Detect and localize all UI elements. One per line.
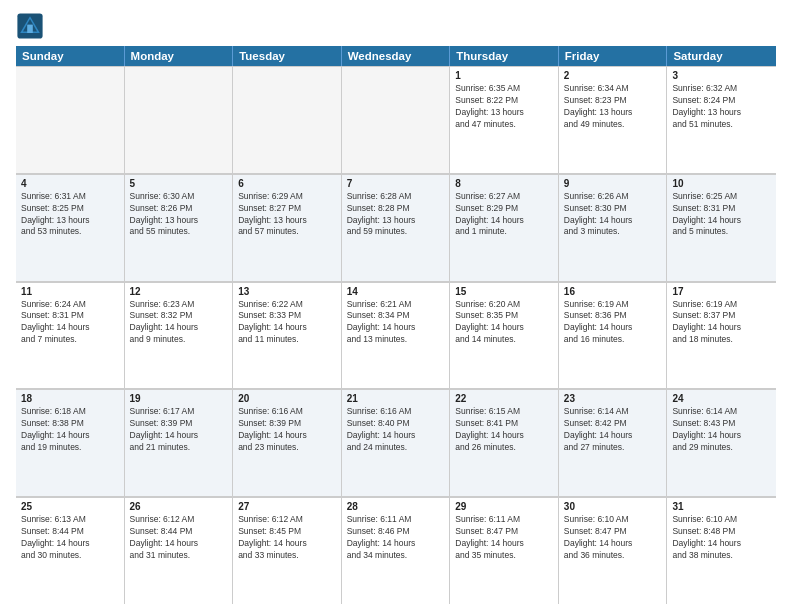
day-info: Sunrise: 6:10 AM Sunset: 8:47 PM Dayligh… (564, 514, 662, 562)
day-number: 24 (672, 393, 771, 404)
calendar-row: 4Sunrise: 6:31 AM Sunset: 8:25 PM Daylig… (16, 174, 776, 282)
day-info: Sunrise: 6:14 AM Sunset: 8:42 PM Dayligh… (564, 406, 662, 454)
day-number: 3 (672, 70, 771, 81)
day-number: 20 (238, 393, 336, 404)
weekday-header-monday: Monday (125, 46, 234, 66)
day-number: 7 (347, 178, 445, 189)
day-info: Sunrise: 6:11 AM Sunset: 8:46 PM Dayligh… (347, 514, 445, 562)
day-info: Sunrise: 6:11 AM Sunset: 8:47 PM Dayligh… (455, 514, 553, 562)
logo-icon (16, 12, 44, 40)
day-number: 11 (21, 286, 119, 297)
day-info: Sunrise: 6:13 AM Sunset: 8:44 PM Dayligh… (21, 514, 119, 562)
day-info: Sunrise: 6:31 AM Sunset: 8:25 PM Dayligh… (21, 191, 119, 239)
day-info: Sunrise: 6:12 AM Sunset: 8:45 PM Dayligh… (238, 514, 336, 562)
day-cell-9: 9Sunrise: 6:26 AM Sunset: 8:30 PM Daylig… (559, 174, 668, 281)
day-cell-16: 16Sunrise: 6:19 AM Sunset: 8:36 PM Dayli… (559, 282, 668, 389)
day-cell-24: 24Sunrise: 6:14 AM Sunset: 8:43 PM Dayli… (667, 389, 776, 496)
calendar-row: 18Sunrise: 6:18 AM Sunset: 8:38 PM Dayli… (16, 389, 776, 497)
day-info: Sunrise: 6:21 AM Sunset: 8:34 PM Dayligh… (347, 299, 445, 347)
logo (16, 12, 48, 40)
day-number: 14 (347, 286, 445, 297)
day-info: Sunrise: 6:22 AM Sunset: 8:33 PM Dayligh… (238, 299, 336, 347)
day-number: 13 (238, 286, 336, 297)
day-info: Sunrise: 6:12 AM Sunset: 8:44 PM Dayligh… (130, 514, 228, 562)
day-cell-5: 5Sunrise: 6:30 AM Sunset: 8:26 PM Daylig… (125, 174, 234, 281)
calendar-header: SundayMondayTuesdayWednesdayThursdayFrid… (16, 46, 776, 66)
day-cell-11: 11Sunrise: 6:24 AM Sunset: 8:31 PM Dayli… (16, 282, 125, 389)
day-cell-3: 3Sunrise: 6:32 AM Sunset: 8:24 PM Daylig… (667, 66, 776, 173)
day-info: Sunrise: 6:16 AM Sunset: 8:39 PM Dayligh… (238, 406, 336, 454)
day-number: 26 (130, 501, 228, 512)
calendar-row: 25Sunrise: 6:13 AM Sunset: 8:44 PM Dayli… (16, 497, 776, 604)
weekday-header-tuesday: Tuesday (233, 46, 342, 66)
day-cell-30: 30Sunrise: 6:10 AM Sunset: 8:47 PM Dayli… (559, 497, 668, 604)
day-info: Sunrise: 6:24 AM Sunset: 8:31 PM Dayligh… (21, 299, 119, 347)
empty-cell (16, 66, 125, 173)
day-cell-17: 17Sunrise: 6:19 AM Sunset: 8:37 PM Dayli… (667, 282, 776, 389)
weekday-header-friday: Friday (559, 46, 668, 66)
day-info: Sunrise: 6:34 AM Sunset: 8:23 PM Dayligh… (564, 83, 662, 131)
day-cell-23: 23Sunrise: 6:14 AM Sunset: 8:42 PM Dayli… (559, 389, 668, 496)
day-cell-15: 15Sunrise: 6:20 AM Sunset: 8:35 PM Dayli… (450, 282, 559, 389)
day-cell-22: 22Sunrise: 6:15 AM Sunset: 8:41 PM Dayli… (450, 389, 559, 496)
weekday-header-sunday: Sunday (16, 46, 125, 66)
day-cell-29: 29Sunrise: 6:11 AM Sunset: 8:47 PM Dayli… (450, 497, 559, 604)
day-number: 10 (672, 178, 771, 189)
calendar: SundayMondayTuesdayWednesdayThursdayFrid… (16, 46, 776, 604)
day-number: 12 (130, 286, 228, 297)
day-info: Sunrise: 6:29 AM Sunset: 8:27 PM Dayligh… (238, 191, 336, 239)
day-info: Sunrise: 6:27 AM Sunset: 8:29 PM Dayligh… (455, 191, 553, 239)
day-number: 22 (455, 393, 553, 404)
empty-cell (125, 66, 234, 173)
day-cell-25: 25Sunrise: 6:13 AM Sunset: 8:44 PM Dayli… (16, 497, 125, 604)
day-number: 6 (238, 178, 336, 189)
day-cell-19: 19Sunrise: 6:17 AM Sunset: 8:39 PM Dayli… (125, 389, 234, 496)
day-info: Sunrise: 6:20 AM Sunset: 8:35 PM Dayligh… (455, 299, 553, 347)
day-info: Sunrise: 6:19 AM Sunset: 8:36 PM Dayligh… (564, 299, 662, 347)
day-number: 25 (21, 501, 119, 512)
day-cell-31: 31Sunrise: 6:10 AM Sunset: 8:48 PM Dayli… (667, 497, 776, 604)
day-number: 19 (130, 393, 228, 404)
weekday-header-wednesday: Wednesday (342, 46, 451, 66)
day-number: 16 (564, 286, 662, 297)
empty-cell (342, 66, 451, 173)
day-number: 31 (672, 501, 771, 512)
day-cell-18: 18Sunrise: 6:18 AM Sunset: 8:38 PM Dayli… (16, 389, 125, 496)
page: SundayMondayTuesdayWednesdayThursdayFrid… (0, 0, 792, 612)
day-info: Sunrise: 6:17 AM Sunset: 8:39 PM Dayligh… (130, 406, 228, 454)
day-cell-27: 27Sunrise: 6:12 AM Sunset: 8:45 PM Dayli… (233, 497, 342, 604)
weekday-header-saturday: Saturday (667, 46, 776, 66)
day-cell-10: 10Sunrise: 6:25 AM Sunset: 8:31 PM Dayli… (667, 174, 776, 281)
day-info: Sunrise: 6:10 AM Sunset: 8:48 PM Dayligh… (672, 514, 771, 562)
empty-cell (233, 66, 342, 173)
day-cell-6: 6Sunrise: 6:29 AM Sunset: 8:27 PM Daylig… (233, 174, 342, 281)
day-cell-26: 26Sunrise: 6:12 AM Sunset: 8:44 PM Dayli… (125, 497, 234, 604)
day-number: 30 (564, 501, 662, 512)
day-info: Sunrise: 6:28 AM Sunset: 8:28 PM Dayligh… (347, 191, 445, 239)
day-info: Sunrise: 6:15 AM Sunset: 8:41 PM Dayligh… (455, 406, 553, 454)
day-cell-21: 21Sunrise: 6:16 AM Sunset: 8:40 PM Dayli… (342, 389, 451, 496)
day-number: 21 (347, 393, 445, 404)
day-number: 27 (238, 501, 336, 512)
day-number: 18 (21, 393, 119, 404)
day-number: 29 (455, 501, 553, 512)
day-info: Sunrise: 6:14 AM Sunset: 8:43 PM Dayligh… (672, 406, 771, 454)
day-cell-14: 14Sunrise: 6:21 AM Sunset: 8:34 PM Dayli… (342, 282, 451, 389)
day-number: 5 (130, 178, 228, 189)
day-info: Sunrise: 6:16 AM Sunset: 8:40 PM Dayligh… (347, 406, 445, 454)
day-info: Sunrise: 6:23 AM Sunset: 8:32 PM Dayligh… (130, 299, 228, 347)
day-info: Sunrise: 6:26 AM Sunset: 8:30 PM Dayligh… (564, 191, 662, 239)
day-cell-13: 13Sunrise: 6:22 AM Sunset: 8:33 PM Dayli… (233, 282, 342, 389)
day-cell-28: 28Sunrise: 6:11 AM Sunset: 8:46 PM Dayli… (342, 497, 451, 604)
day-number: 2 (564, 70, 662, 81)
day-cell-20: 20Sunrise: 6:16 AM Sunset: 8:39 PM Dayli… (233, 389, 342, 496)
day-cell-2: 2Sunrise: 6:34 AM Sunset: 8:23 PM Daylig… (559, 66, 668, 173)
day-cell-8: 8Sunrise: 6:27 AM Sunset: 8:29 PM Daylig… (450, 174, 559, 281)
day-number: 9 (564, 178, 662, 189)
day-info: Sunrise: 6:32 AM Sunset: 8:24 PM Dayligh… (672, 83, 771, 131)
day-cell-4: 4Sunrise: 6:31 AM Sunset: 8:25 PM Daylig… (16, 174, 125, 281)
day-cell-12: 12Sunrise: 6:23 AM Sunset: 8:32 PM Dayli… (125, 282, 234, 389)
day-number: 23 (564, 393, 662, 404)
day-info: Sunrise: 6:35 AM Sunset: 8:22 PM Dayligh… (455, 83, 553, 131)
calendar-row: 11Sunrise: 6:24 AM Sunset: 8:31 PM Dayli… (16, 282, 776, 390)
